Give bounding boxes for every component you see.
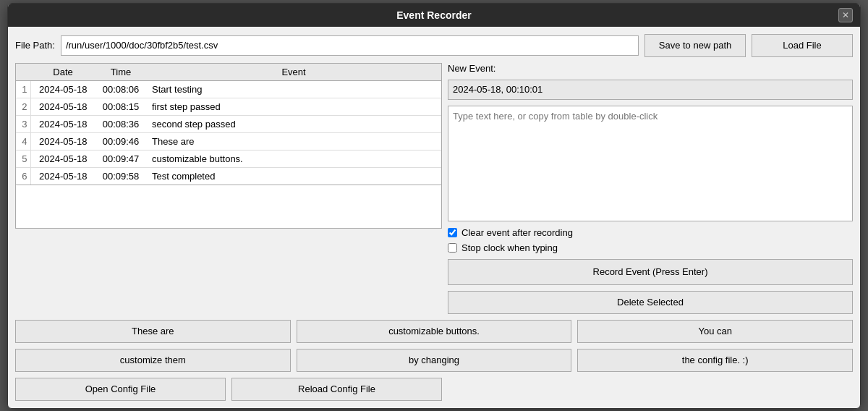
row-date: 2024-05-18 xyxy=(30,80,95,98)
col-event-header: Event xyxy=(146,64,441,81)
row-date: 2024-05-18 xyxy=(30,132,95,150)
file-path-input[interactable] xyxy=(61,35,639,56)
row-time: 00:09:47 xyxy=(95,150,146,167)
new-event-textarea[interactable] xyxy=(448,106,853,221)
table-row[interactable]: 4 2024-05-18 00:09:46 These are xyxy=(16,132,441,150)
checkboxes-area: Clear event after recording Stop clock w… xyxy=(448,227,853,253)
col-date-header: Date xyxy=(30,64,95,81)
stop-clock-checkbox[interactable] xyxy=(448,243,457,253)
col-num-header xyxy=(16,64,30,81)
row-date: 2024-05-18 xyxy=(30,115,95,132)
reload-config-button[interactable]: Reload Config File xyxy=(231,378,442,401)
row-number: 4 xyxy=(16,132,30,150)
custom-btn-2-3[interactable]: the config file. :) xyxy=(577,349,853,372)
table-row[interactable]: 5 2024-05-18 00:09:47 customizable butto… xyxy=(16,150,441,167)
row-date: 2024-05-18 xyxy=(30,167,95,185)
row-time: 00:09:58 xyxy=(95,167,146,185)
delete-selected-button[interactable]: Delete Selected xyxy=(448,291,853,314)
bottom-left: Open Config File Reload Config File xyxy=(15,378,442,401)
right-panel: New Event: Clear event after recording S… xyxy=(448,63,853,314)
row-time: 00:08:36 xyxy=(95,115,146,132)
row-number: 6 xyxy=(16,167,30,185)
content-area: File Path: Save to new path Load File Da… xyxy=(8,27,860,408)
file-path-label: File Path: xyxy=(15,40,55,51)
table-row[interactable]: 2 2024-05-18 00:08:15 first step passed xyxy=(16,98,441,115)
title-bar: Event Recorder ✕ xyxy=(8,4,860,27)
custom-btn-2-2[interactable]: by changing xyxy=(297,349,572,372)
close-button[interactable]: ✕ xyxy=(838,8,853,22)
table-spacer xyxy=(15,185,442,229)
row-event: Start testing xyxy=(146,80,441,98)
stop-clock-row: Stop clock when typing xyxy=(448,242,853,253)
event-table: Date Time Event 1 2024-05-18 00:08:06 St… xyxy=(16,64,441,185)
custom-buttons-row-1: These are customizable buttons. You can xyxy=(15,320,853,343)
table-row[interactable]: 3 2024-05-18 00:08:36 second step passed xyxy=(16,115,441,132)
row-event: first step passed xyxy=(146,98,441,115)
clear-event-row: Clear event after recording xyxy=(448,227,853,238)
row-time: 00:08:15 xyxy=(95,98,146,115)
row-event: second step passed xyxy=(146,115,441,132)
bottom-buttons-row: Open Config File Reload Config File xyxy=(15,378,442,401)
load-file-button[interactable]: Load File xyxy=(752,34,853,57)
event-table-container: Date Time Event 1 2024-05-18 00:08:06 St… xyxy=(15,63,442,185)
row-time: 00:08:06 xyxy=(95,80,146,98)
row-event: These are xyxy=(146,132,441,150)
table-row[interactable]: 1 2024-05-18 00:08:06 Start testing xyxy=(16,80,441,98)
top-bar: File Path: Save to new path Load File xyxy=(15,34,853,57)
clear-event-checkbox[interactable] xyxy=(448,228,457,237)
open-config-button[interactable]: Open Config File xyxy=(15,378,226,401)
row-number: 3 xyxy=(16,115,30,132)
row-number: 5 xyxy=(16,150,30,167)
row-number: 2 xyxy=(16,98,30,115)
custom-buttons-row-2: customize them by changing the config fi… xyxy=(15,349,853,372)
window-title: Event Recorder xyxy=(396,9,471,21)
col-time-header: Time xyxy=(95,64,146,81)
new-event-label: New Event: xyxy=(448,63,853,74)
main-area: Date Time Event 1 2024-05-18 00:08:06 St… xyxy=(15,63,853,314)
custom-btn-1-2[interactable]: customizable buttons. xyxy=(297,320,572,343)
stop-clock-label: Stop clock when typing xyxy=(461,242,558,253)
record-event-button[interactable]: Record Event (Press Enter) xyxy=(448,259,853,285)
row-date: 2024-05-18 xyxy=(30,150,95,167)
row-event: customizable buttons. xyxy=(146,150,441,167)
row-time: 00:09:46 xyxy=(95,132,146,150)
bottom-layout: Open Config File Reload Config File xyxy=(15,378,853,401)
main-window: Event Recorder ✕ File Path: Save to new … xyxy=(7,3,861,409)
left-panel: Date Time Event 1 2024-05-18 00:08:06 St… xyxy=(15,63,442,314)
new-event-datetime-input[interactable] xyxy=(448,80,853,100)
clear-event-label: Clear event after recording xyxy=(461,227,573,238)
save-to-new-path-button[interactable]: Save to new path xyxy=(644,34,746,57)
row-number: 1 xyxy=(16,80,30,98)
custom-btn-2-1[interactable]: customize them xyxy=(15,349,291,372)
custom-btn-1-1[interactable]: These are xyxy=(15,320,291,343)
row-date: 2024-05-18 xyxy=(30,98,95,115)
table-row[interactable]: 6 2024-05-18 00:09:58 Test completed xyxy=(16,167,441,185)
custom-btn-1-3[interactable]: You can xyxy=(577,320,853,343)
row-event: Test completed xyxy=(146,167,441,185)
